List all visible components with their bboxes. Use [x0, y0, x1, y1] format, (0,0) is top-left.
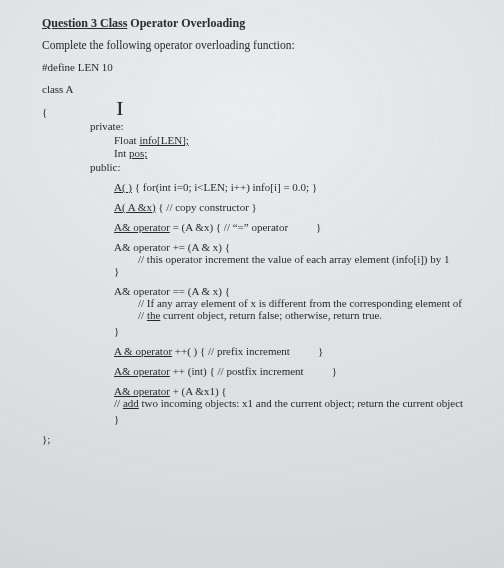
pluseq-sig: A& operator += (A & x) {	[114, 241, 476, 253]
heading-prefix: Question 3	[42, 16, 97, 30]
plus-op: A& operator + (A &x1) { // add two incom…	[114, 385, 476, 425]
plus-c1c: two incoming objects: x1 and the current…	[139, 397, 463, 409]
ctor: A( ) { for(int i=0; i<LEN; i++) info[i] …	[114, 181, 476, 193]
heading-tail: Operator Overloading	[127, 16, 245, 30]
ctor-sig: A( )	[114, 181, 132, 193]
public-members: A( ) { for(int i=0; i<LEN; i++) info[i] …	[90, 181, 476, 425]
post-sig: A& operator	[114, 365, 170, 377]
pos-type: Int	[114, 147, 129, 159]
pluseq-comment: // this operator increment the value of …	[114, 253, 476, 265]
document-page: Question 3 Class Operator Overloading Co…	[0, 0, 504, 465]
pre-sig: A & operator	[114, 345, 172, 357]
prefix-op: A & operator ++( ) { // prefix increment…	[114, 345, 476, 357]
assign-sig: A& operator	[114, 221, 170, 233]
eqeq-c2b: the	[147, 309, 160, 321]
text-cursor-icon: I	[116, 99, 125, 120]
class-body: private: Float info[LEN]; Int pos; publi…	[42, 120, 476, 425]
copy-sig: A( A &x)	[114, 201, 156, 213]
assign-mid: = (A &x) { // “=” operator	[170, 221, 288, 233]
info-name: info[LEN];	[139, 134, 188, 146]
plus-close: }	[114, 413, 476, 425]
pos-name: pos;	[129, 147, 147, 159]
post-mid: ++ (int) { // postfix increment	[170, 365, 304, 377]
assign-op: A& operator = (A &x) { // “=” operator}	[114, 221, 476, 233]
heading-rest: Class	[97, 16, 127, 30]
plus-c1b: add	[123, 397, 139, 409]
info-type: Float	[114, 134, 139, 146]
plus-mid: + (A &x1) {	[170, 385, 227, 397]
eqeq-c2c: current object, return false; otherwise,…	[160, 309, 382, 321]
copy-ctor: A( A &x) { // copy constructor }	[114, 201, 476, 213]
class-decl: class A	[42, 83, 476, 95]
plus-line: A& operator + (A &x1) {	[114, 385, 476, 397]
eqeq-comment-1: // If any array element of x is differen…	[114, 297, 476, 309]
intro-text: Complete the following operator overload…	[42, 39, 476, 51]
question-heading: Question 3 Class Operator Overloading	[42, 16, 476, 31]
eqeq-comment-2: // the current object, return false; oth…	[114, 309, 476, 321]
private-members: Float info[LEN]; Int pos;	[90, 134, 476, 159]
postfix-op: A& operator ++ (int) { // postfix increm…	[114, 365, 476, 377]
public-label: public:	[90, 161, 476, 173]
pre-mid: ++( ) { // prefix increment	[172, 345, 290, 357]
eqeq-c2a: //	[138, 309, 147, 321]
private-label: private:	[90, 120, 476, 132]
assign-close: }	[316, 221, 321, 233]
eqeq-close: }	[114, 325, 476, 337]
plus-sig: A& operator	[114, 385, 170, 397]
eqeq-op: A& operator == (A & x) { // If any array…	[114, 285, 476, 337]
pluseq-op: A& operator += (A & x) { // this operato…	[114, 241, 476, 277]
eqeq-sig: A& operator == (A & x) {	[114, 285, 476, 297]
member-info: Float info[LEN];	[114, 134, 476, 146]
open-brace: {	[42, 106, 47, 118]
define-line: #define LEN 10	[42, 61, 476, 73]
copy-body: { // copy constructor }	[156, 201, 257, 213]
open-brace-row: { I	[42, 99, 476, 118]
plus-comment: // add two incoming objects: x1 and the …	[114, 397, 476, 409]
plus-c1a: //	[114, 397, 123, 409]
pluseq-close: }	[114, 265, 476, 277]
ctor-body: { for(int i=0; i<LEN; i++) info[i] = 0.0…	[132, 181, 317, 193]
post-close: }	[332, 365, 337, 377]
member-pos: Int pos;	[114, 147, 476, 159]
close-brace: };	[42, 433, 476, 445]
pre-close: }	[318, 345, 323, 357]
